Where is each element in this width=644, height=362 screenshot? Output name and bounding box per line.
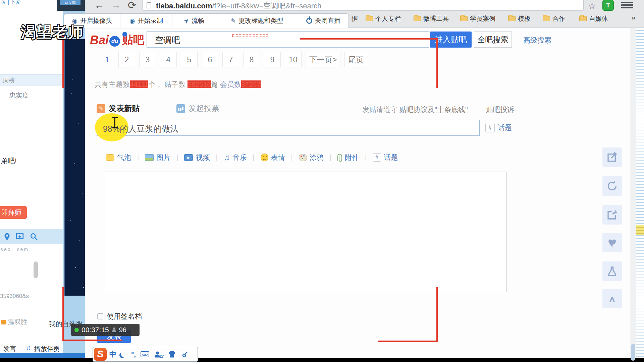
editor-toolbar: 气泡| 图片| ▶视频| ♫音乐| 表情| 涂鸦| 附件| #话题 (106, 153, 398, 162)
viewers-icon (112, 327, 116, 332)
left-app-top-links[interactable]: 爱 | 下爱 (1, 0, 20, 5)
doodle-tool[interactable]: 涂鸦 (299, 153, 324, 162)
compose-fab[interactable] (602, 147, 622, 167)
smiley-icon (261, 154, 268, 161)
page-link[interactable]: 5 (181, 52, 198, 67)
browser-tab[interactable]: 百度知 (60, 0, 80, 5)
folder-icon (414, 16, 421, 21)
refresh-fab[interactable] (602, 176, 622, 196)
baishi-button[interactable]: 即拜师 (0, 206, 27, 219)
extension-shield-icon[interactable]: T (602, 0, 614, 11)
bookmark-star-icon[interactable]: ☆ (588, 1, 596, 11)
bookmarks-overflow-icon[interactable]: » (632, 14, 635, 21)
share-fab[interactable] (602, 205, 622, 225)
annotation-line (62, 287, 64, 341)
all-tieba-search-button[interactable]: 全吧搜索 (474, 32, 512, 48)
stars-decoration (68, 53, 69, 53)
bookmark-folder[interactable]: 自媒体 (579, 14, 608, 23)
vote-label[interactable]: 发起投票 (189, 103, 219, 114)
page-link[interactable]: 10 (285, 52, 302, 67)
room-number-label: 3593060&s (0, 293, 29, 300)
live-dot-icon (74, 328, 79, 332)
heart-label: 逛 (611, 239, 616, 253)
ime-mode-toggle[interactable]: 中 (109, 350, 116, 359)
ime-settings-icon[interactable] (181, 351, 188, 358)
url-bar[interactable]: tieba.baidu.com/f?ie=utf-8&kw=空调吧&fr=sea… (142, 0, 584, 11)
rules-link[interactable]: 贴吧协议及"十条底线" (399, 106, 468, 113)
next-page-link[interactable]: 下一页> (306, 52, 340, 67)
scrollbar-thumb[interactable] (631, 344, 635, 361)
page-link[interactable]: 2 (118, 52, 135, 67)
ime-fullhalf-icon[interactable] (121, 352, 126, 357)
new-post-label[interactable]: 发表新贴 (109, 103, 140, 114)
back-button[interactable]: ← (94, 0, 104, 11)
ime-punct-toggle[interactable]: °, (131, 350, 136, 358)
page-link[interactable]: 8 (243, 52, 260, 67)
bookmark-folder[interactable]: 学员案例 (460, 14, 495, 23)
back-to-top-fab[interactable]: ∧ (602, 289, 622, 308)
smooth-mode-button[interactable]: ➤流畅 (172, 14, 216, 28)
search-icon[interactable] (30, 232, 38, 241)
page-link[interactable]: 4 (160, 52, 177, 67)
flask-icon (607, 266, 618, 277)
page-link[interactable]: 9 (264, 52, 281, 67)
bookmark-partial[interactable]: 据 (352, 14, 358, 23)
play-accompaniment-button[interactable]: 播放伴奏 (34, 345, 60, 353)
bookmark-folder[interactable]: 个人专栏 (366, 14, 401, 23)
signature-checkbox[interactable] (97, 313, 103, 319)
lab-fab[interactable] (602, 261, 622, 281)
advanced-search-link[interactable]: 高级搜索 (523, 36, 551, 45)
ime-account-icon[interactable]: 27 (154, 351, 161, 358)
refresh-icon (606, 180, 618, 192)
last-page-link[interactable]: 尾页 (344, 52, 367, 67)
tieba-search-input[interactable]: 空调吧 (147, 32, 429, 48)
forward-button[interactable]: → (111, 0, 121, 11)
watermark-text: 渴望老师 (21, 22, 84, 42)
rocket-icon: ➤ (182, 16, 191, 25)
hash-icon: # (373, 153, 381, 162)
page-link[interactable]: 6 (202, 52, 218, 67)
start-record-button[interactable]: ◉开始录制 (120, 14, 172, 28)
page-link[interactable]: 7 (222, 52, 239, 67)
browser-scrollbar[interactable] (630, 28, 636, 358)
menu-icon[interactable] (621, 2, 633, 10)
topic-button[interactable]: # 话题 (485, 123, 512, 132)
paperclip-icon (337, 154, 342, 161)
browse-fab[interactable]: ♥逛 (602, 233, 622, 252)
speak-button[interactable]: 发言 (3, 345, 16, 353)
topic-tool[interactable]: #话题 (373, 153, 398, 162)
page-current[interactable]: 1 (101, 55, 114, 64)
power-icon (306, 18, 312, 24)
ime-skin-icon[interactable] (168, 351, 176, 358)
ime-keyboard-icon[interactable] (141, 351, 149, 358)
reload-button[interactable]: ⟳ (128, 0, 136, 11)
tieba-page: Bai du 贴吧 空调吧 进入贴吧 全吧搜索 高级搜索 1 2 3 4 5 6… (85, 28, 630, 358)
emoticon-tool[interactable]: 表情 (261, 153, 285, 162)
video-tool[interactable]: ▶视频 (184, 153, 210, 162)
post-title-input[interactable]: 98%的人豆浆的做法 (97, 120, 480, 136)
attachment-tool[interactable]: 附件 (337, 153, 359, 162)
capture-frame-icon[interactable] (15, 232, 24, 241)
baidu-tieba-logo[interactable]: Bai du 贴吧 (90, 33, 144, 48)
url-text[interactable]: tieba.baidu.com/f?ie=utf-8&kw=空调吧&fr=sea… (156, 1, 321, 11)
bookmark-folder[interactable]: 合作 (543, 14, 565, 23)
week-rank-header[interactable]: 周榜 (0, 74, 63, 86)
post-content-textarea[interactable] (105, 172, 507, 292)
image-tool[interactable]: 图片 (145, 153, 170, 162)
left-app-scrollbar-thumb[interactable] (34, 261, 38, 278)
loyalty-label: 忠实度 (9, 91, 29, 100)
username-label: 温双胜 (8, 318, 27, 326)
complaint-link[interactable]: 贴吧投诉 (486, 105, 514, 114)
edit-title-button[interactable]: ✎更改标题和类型 (216, 14, 298, 28)
viewer-count: 96 (119, 326, 126, 334)
sogou-logo-icon[interactable]: S (94, 348, 107, 361)
location-pin-icon[interactable] (3, 232, 11, 241)
music-tool[interactable]: ♫音乐 (224, 153, 247, 162)
bookmark-folder[interactable]: 微博工具 (414, 14, 449, 23)
close-live-button[interactable]: 关闭直播 (298, 14, 348, 28)
page-link[interactable]: 3 (139, 52, 156, 67)
bookmark-folder[interactable]: 模板 (508, 14, 531, 23)
recording-toolbar: ◉开启摄像头 ◉开始录制 ➤流畅 ✎更改标题和类型 关闭直播 (64, 13, 349, 28)
recording-timer: 00:37:15 96 (71, 324, 140, 336)
bubble-tool[interactable]: 气泡 (106, 153, 131, 162)
